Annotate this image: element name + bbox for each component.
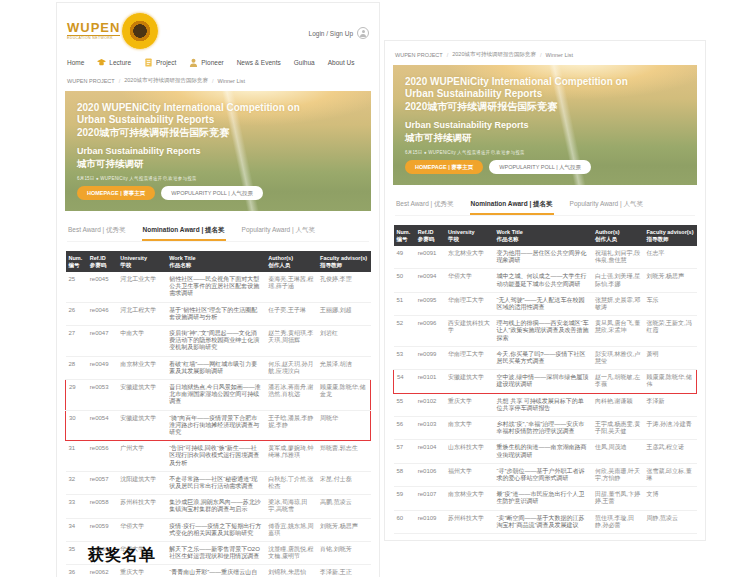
main-nav: Home Lecture Project Pioneer News & Even… <box>67 58 369 67</box>
cell-ref: re0096 <box>415 316 445 347</box>
tab-popularity-award[interactable]: Popularity Award | 人气奖 <box>241 224 316 241</box>
tab-best-award[interactable]: Best Award | 优秀奖 <box>67 224 127 241</box>
cell-advisors: 周静,范凌云 <box>643 510 696 533</box>
nav-item-lecture[interactable]: Lecture <box>97 58 131 67</box>
table-row: 33re0058苏州科技大学集沙成巨浪,洞朗东风向——苏北沙集镇淘宝村集群的调查… <box>66 495 371 518</box>
cell-num: 51 <box>394 292 415 315</box>
cell-advisors: 顾康康,陈晓华,储金龙 <box>317 380 370 411</box>
site-header: WUPEN EDUCATION NETWORK Login / Sign Up <box>65 9 371 49</box>
nav-item-news-events[interactable]: News & Events <box>237 59 281 66</box>
project-icon <box>144 58 153 67</box>
hero-caption: 6月15日 ● WUPENiCity 人气投票通道开启,欢迎参与投票 <box>405 150 685 155</box>
cell-title: “无人驾驶”——无人配送车在校园区域的适用性调查 <box>493 292 591 315</box>
cell-num: 57 <box>394 440 415 463</box>
nav-item-home[interactable]: Home <box>67 59 84 66</box>
breadcrumb-item-project[interactable]: WUPEN PROJECT <box>395 52 443 58</box>
award-tabs: Best Award | 优秀奖 Nomination Award | 提名奖 … <box>395 198 695 216</box>
cell-uni: 南京林业大学 <box>445 487 493 510</box>
cell-authors: 彭安琪,林雅仪,卢慧莹 <box>592 346 644 369</box>
cell-uni: 沈阳建筑大学 <box>117 471 166 494</box>
cell-num: 59 <box>394 487 415 510</box>
cell-ref: re0099 <box>415 346 445 369</box>
cell-title: “寻”步朝位——基于户外职工者诉求的爱心驿站空间形式调研 <box>493 463 591 486</box>
cell-advisors: 张晓荣,王新文,冯红霞 <box>643 316 696 347</box>
table-row: 36re0062重庆大学“青青南山开彩”——重庆缙云山自然保护区生态搬迁的可持续… <box>66 565 371 577</box>
cell-ref: re0056 <box>87 441 118 472</box>
cell-authors: 何乐,赵天玥,孙月航,应境汶白 <box>265 356 317 379</box>
cell-ref: re0059 <box>87 518 118 541</box>
cell-authors: 任子奕,王子琳 <box>265 302 317 325</box>
table-body-right: 49re0091东北林业大学变为他用——居住区公共空间异化现象调研祝瑞礼,刘目宇… <box>394 246 697 534</box>
tab-popularity-award[interactable]: Popularity Award | 人气奖 <box>569 198 644 215</box>
cell-uni: 华侨大学 <box>445 269 493 292</box>
cell-advisors: 郑晓蕾,郭志生 <box>317 441 370 472</box>
col-header-ref: Ref.ID参赛码 <box>87 251 118 272</box>
table-row: 56re0103南京大学乡村战“疫”,“幸福”治理——安庆市幸福村疫情防控治理状… <box>394 417 697 440</box>
cell-uni: 河北工程大学 <box>117 302 166 325</box>
tab-nomination-award[interactable]: Nomination Award | 提名奖 <box>142 224 226 241</box>
cell-uni: 山东科技大学 <box>445 440 493 463</box>
table-row: 50re0094华侨大学城中之城、何以成之——大学生行动功能蔓延下城市公共空间调… <box>394 269 697 292</box>
cell-authors: 田甜,董书凤,卞婷婷,王蕾 <box>592 487 644 510</box>
cell-ref: re0103 <box>415 417 445 440</box>
cell-advisors: 宋昆,付士磊 <box>317 471 370 494</box>
homepage-button[interactable]: HOMEPAGE | 赛事主页 <box>405 160 483 174</box>
cell-title: 集沙成巨浪,洞朗东风向——苏北沙集镇淘宝村集群的调查与启示 <box>166 495 265 518</box>
table-row: 27re0047中南大学疫后街“神”,“文”间思起——文化消费活动下的隐形校园商… <box>66 326 371 357</box>
cell-title: 重焕生机的街道——南京湖南路商业街现状调研 <box>493 440 591 463</box>
nav-item-about-us[interactable]: About Us <box>328 59 355 66</box>
cell-authors: 刘锦秋,朱思怡 <box>265 565 317 577</box>
breadcrumb-item-competition[interactable]: 2020城市可持续调研报告国际竞赛 <box>452 51 536 58</box>
table-row-highlighted: 54re0101安徽建筑大学空中波,绿中情——深圳市绿色屋顶建设现状调研赵一凡,… <box>394 370 697 393</box>
col-header-title: Work Title作品名称 <box>166 251 265 272</box>
cell-authors: 赵一凡,胡晓敏,左李薇 <box>592 370 644 393</box>
table-row: 49re0091东北林业大学变为他用——居住区公共空间异化现象调研祝瑞礼,刘目宇… <box>394 246 697 269</box>
nav-item-project[interactable]: Project <box>144 58 176 67</box>
cell-advisors: 李泽新,王正 <box>317 565 370 577</box>
popularity-poll-button[interactable]: WPOPULARITY POLL | 人气投票 <box>489 160 591 174</box>
cell-ref: re0107 <box>415 487 445 510</box>
col-header-university: University学校 <box>445 225 493 246</box>
cell-num: 55 <box>394 393 415 416</box>
cell-authors: 向科艳,谢谦颖 <box>592 393 644 416</box>
homepage-button[interactable]: HOMEPAGE | 赛事主页 <box>77 186 155 200</box>
cell-num: 52 <box>394 316 415 347</box>
cell-ref: re0094 <box>415 269 445 292</box>
breadcrumb-item-project[interactable]: WUPEN PROJECT <box>67 78 115 84</box>
winner-table-right: Num.编号 Ref.ID参赛码 University学校 Work Title… <box>393 225 697 534</box>
nav-item-guihua[interactable]: Guihua <box>294 59 315 66</box>
cell-authors: 沈显瞳,唐凯悦,程文楠,康明节 <box>265 542 317 565</box>
col-header-authors: Author(s)创作人员 <box>265 251 317 272</box>
cell-uni: 中南大学 <box>117 326 166 357</box>
cell-uni: 福州大学 <box>445 463 493 486</box>
tab-nomination-award[interactable]: Nomination Award | 提名奖 <box>470 198 554 215</box>
col-header-advisors: Faculty advisor(s)指导教师 <box>317 251 370 272</box>
cell-uni: 重庆大学 <box>117 565 166 577</box>
cell-authors: 黄旦凤,唐台飞,董慧欣,宋孟坤 <box>592 316 644 347</box>
popularity-poll-button[interactable]: WPOPULARITY POLL | 人气投票 <box>161 186 263 200</box>
cell-advisors: 文博 <box>643 487 696 510</box>
cell-uni: 南京林业大学 <box>117 356 166 379</box>
table-row: 26re0046河北工程大学基于“韧性社区”理念下的生活圈配套设施调研与分析任子… <box>66 302 371 325</box>
cell-num: 53 <box>394 346 415 369</box>
nav-item-pioneer[interactable]: Pioneer <box>189 58 223 67</box>
table-row: 34re0059华侨大学疫情·疫行——疫情之下短期出行方式变化的相关因素及其影响… <box>66 518 371 541</box>
cell-num: 50 <box>394 269 415 292</box>
cell-ref: re0106 <box>415 463 445 486</box>
breadcrumb: WUPEN PROJECT / 2020城市可持续调研报告国际竞赛 / Winn… <box>395 51 695 58</box>
award-tabs: Best Award | 优秀奖 Nomination Award | 提名奖 … <box>67 224 369 242</box>
cell-authors: 佳凤,周茂迪 <box>592 440 644 463</box>
cell-uni: 安徽建筑大学 <box>117 380 166 411</box>
cell-authors: 白秋彤,丁介然,张松杰 <box>265 471 317 494</box>
hero-subtitle-en: Urban Sustainability Reports <box>405 120 685 130</box>
table-row: 28re0049南京林业大学看破“红墙”——网红城市吸引力要素及其发展影响调研何… <box>66 356 371 379</box>
breadcrumb: WUPEN PROJECT / 2020城市可持续调研报告国际竞赛 / Winn… <box>67 77 369 84</box>
tab-best-award[interactable]: Best Award | 优秀奖 <box>395 198 455 215</box>
brand-tagline: EDUCATION NETWORK <box>67 37 120 41</box>
cell-ref: re0047 <box>87 326 118 357</box>
cell-num: 35 <box>66 542 87 565</box>
breadcrumb-item-competition[interactable]: 2020城市可持续调研报告国际竞赛 <box>124 77 208 84</box>
cell-title: 共想 共享 可持续发展目标下的单位共享停车调研报告 <box>493 393 591 416</box>
login-signup[interactable]: Login / Sign Up <box>309 27 369 39</box>
site-logo[interactable]: WUPEN EDUCATION NETWORK <box>67 13 158 49</box>
